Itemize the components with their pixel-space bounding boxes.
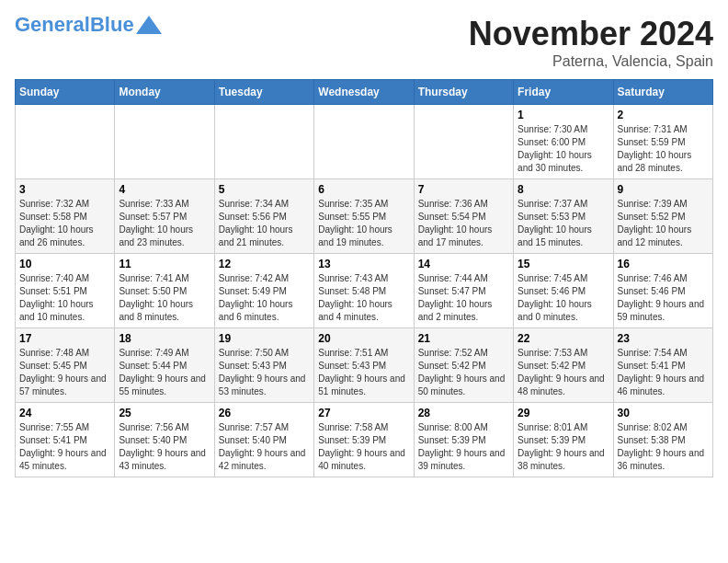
- calendar-cell: 13Sunrise: 7:43 AM Sunset: 5:48 PM Dayli…: [314, 254, 414, 328]
- day-number: 24: [19, 407, 110, 419]
- day-info: Sunrise: 7:40 AM Sunset: 5:51 PM Dayligh…: [19, 272, 110, 324]
- day-info: Sunrise: 7:41 AM Sunset: 5:50 PM Dayligh…: [119, 272, 210, 324]
- calendar-cell: 14Sunrise: 7:44 AM Sunset: 5:47 PM Dayli…: [414, 254, 513, 328]
- calendar-cell: 10Sunrise: 7:40 AM Sunset: 5:51 PM Dayli…: [16, 254, 115, 328]
- day-info: Sunrise: 7:30 AM Sunset: 6:00 PM Dayligh…: [518, 123, 609, 175]
- calendar-cell: 21Sunrise: 7:52 AM Sunset: 5:42 PM Dayli…: [414, 328, 513, 403]
- day-of-week-wednesday: Wednesday: [314, 80, 414, 105]
- calendar-cell: 12Sunrise: 7:42 AM Sunset: 5:49 PM Dayli…: [214, 254, 313, 328]
- day-number: 14: [418, 258, 509, 270]
- calendar-cell: [214, 105, 313, 179]
- calendar-cell: 28Sunrise: 8:00 AM Sunset: 5:39 PM Dayli…: [414, 403, 513, 477]
- day-number: 17: [19, 332, 110, 345]
- day-of-week-sunday: Sunday: [16, 80, 115, 105]
- day-info: Sunrise: 7:44 AM Sunset: 5:47 PM Dayligh…: [418, 272, 509, 324]
- day-info: Sunrise: 7:42 AM Sunset: 5:49 PM Dayligh…: [219, 272, 310, 324]
- title-block: November 2024 Paterna, Valencia, Spain: [469, 15, 713, 70]
- calendar-cell: 1Sunrise: 7:30 AM Sunset: 6:00 PM Daylig…: [514, 105, 613, 179]
- day-info: Sunrise: 7:56 AM Sunset: 5:40 PM Dayligh…: [119, 421, 210, 473]
- day-number: 8: [518, 183, 609, 196]
- day-number: 7: [418, 183, 509, 196]
- day-info: Sunrise: 7:53 AM Sunset: 5:42 PM Dayligh…: [518, 347, 609, 398]
- calendar-cell: 24Sunrise: 7:55 AM Sunset: 5:41 PM Dayli…: [16, 403, 115, 477]
- day-of-week-friday: Friday: [514, 80, 613, 105]
- day-number: 6: [318, 183, 409, 196]
- page-header: GeneralBlue November 2024 Paterna, Valen…: [15, 15, 713, 70]
- day-number: 16: [618, 258, 709, 270]
- day-number: 30: [618, 407, 709, 419]
- day-info: Sunrise: 7:39 AM Sunset: 5:52 PM Dayligh…: [618, 198, 709, 249]
- day-info: Sunrise: 7:31 AM Sunset: 5:59 PM Dayligh…: [618, 123, 709, 175]
- calendar-cell: 8Sunrise: 7:37 AM Sunset: 5:53 PM Daylig…: [514, 179, 613, 254]
- day-info: Sunrise: 8:02 AM Sunset: 5:38 PM Dayligh…: [618, 421, 709, 473]
- calendar-cell: 11Sunrise: 7:41 AM Sunset: 5:50 PM Dayli…: [115, 254, 214, 328]
- day-number: 23: [618, 332, 709, 345]
- day-info: Sunrise: 7:36 AM Sunset: 5:54 PM Dayligh…: [418, 198, 509, 249]
- logo: GeneralBlue: [15, 15, 162, 35]
- day-number: 26: [219, 407, 310, 419]
- calendar-week-4: 17Sunrise: 7:48 AM Sunset: 5:45 PM Dayli…: [16, 328, 713, 403]
- calendar-cell: 23Sunrise: 7:54 AM Sunset: 5:41 PM Dayli…: [613, 328, 712, 403]
- day-of-week-saturday: Saturday: [613, 80, 712, 105]
- day-number: 12: [219, 258, 310, 270]
- calendar-cell: 26Sunrise: 7:57 AM Sunset: 5:40 PM Dayli…: [214, 403, 313, 477]
- day-info: Sunrise: 8:00 AM Sunset: 5:39 PM Dayligh…: [418, 421, 509, 473]
- calendar-cell: 20Sunrise: 7:51 AM Sunset: 5:43 PM Dayli…: [314, 328, 414, 403]
- day-info: Sunrise: 7:43 AM Sunset: 5:48 PM Dayligh…: [318, 272, 409, 324]
- day-info: Sunrise: 7:46 AM Sunset: 5:46 PM Dayligh…: [618, 272, 709, 324]
- location: Paterna, Valencia, Spain: [469, 53, 713, 70]
- day-number: 9: [618, 183, 709, 196]
- calendar-cell: 2Sunrise: 7:31 AM Sunset: 5:59 PM Daylig…: [613, 105, 712, 179]
- month-title: November 2024: [469, 15, 713, 53]
- logo-icon: [136, 16, 162, 34]
- day-info: Sunrise: 7:52 AM Sunset: 5:42 PM Dayligh…: [418, 347, 509, 398]
- calendar-cell: 7Sunrise: 7:36 AM Sunset: 5:54 PM Daylig…: [414, 179, 513, 254]
- day-of-week-monday: Monday: [115, 80, 214, 105]
- day-info: Sunrise: 7:54 AM Sunset: 5:41 PM Dayligh…: [618, 347, 709, 398]
- calendar-cell: [414, 105, 513, 179]
- svg-marker-0: [136, 16, 162, 34]
- day-number: 19: [219, 332, 310, 345]
- day-info: Sunrise: 7:49 AM Sunset: 5:44 PM Dayligh…: [119, 347, 210, 398]
- calendar-cell: 27Sunrise: 7:58 AM Sunset: 5:39 PM Dayli…: [314, 403, 414, 477]
- day-info: Sunrise: 7:45 AM Sunset: 5:46 PM Dayligh…: [518, 272, 609, 324]
- day-number: 4: [119, 183, 210, 196]
- day-info: Sunrise: 7:33 AM Sunset: 5:57 PM Dayligh…: [119, 198, 210, 249]
- day-number: 29: [518, 407, 609, 419]
- calendar-cell: 6Sunrise: 7:35 AM Sunset: 5:55 PM Daylig…: [314, 179, 414, 254]
- calendar-cell: 25Sunrise: 7:56 AM Sunset: 5:40 PM Dayli…: [115, 403, 214, 477]
- calendar-cell: [314, 105, 414, 179]
- day-number: 2: [618, 109, 709, 121]
- day-number: 1: [518, 109, 609, 121]
- day-number: 13: [318, 258, 409, 270]
- calendar-week-1: 1Sunrise: 7:30 AM Sunset: 6:00 PM Daylig…: [16, 105, 713, 179]
- day-info: Sunrise: 7:35 AM Sunset: 5:55 PM Dayligh…: [318, 198, 409, 249]
- day-number: 22: [518, 332, 609, 345]
- day-info: Sunrise: 7:37 AM Sunset: 5:53 PM Dayligh…: [518, 198, 609, 249]
- calendar-week-2: 3Sunrise: 7:32 AM Sunset: 5:58 PM Daylig…: [16, 179, 713, 254]
- calendar-cell: 4Sunrise: 7:33 AM Sunset: 5:57 PM Daylig…: [115, 179, 214, 254]
- calendar-cell: 16Sunrise: 7:46 AM Sunset: 5:46 PM Dayli…: [613, 254, 712, 328]
- day-number: 3: [19, 183, 110, 196]
- day-info: Sunrise: 7:57 AM Sunset: 5:40 PM Dayligh…: [219, 421, 310, 473]
- calendar-cell: 17Sunrise: 7:48 AM Sunset: 5:45 PM Dayli…: [16, 328, 115, 403]
- calendar-week-5: 24Sunrise: 7:55 AM Sunset: 5:41 PM Dayli…: [16, 403, 713, 477]
- calendar-cell: 5Sunrise: 7:34 AM Sunset: 5:56 PM Daylig…: [214, 179, 313, 254]
- day-number: 27: [318, 407, 409, 419]
- day-info: Sunrise: 7:51 AM Sunset: 5:43 PM Dayligh…: [318, 347, 409, 398]
- day-number: 11: [119, 258, 210, 270]
- calendar-week-3: 10Sunrise: 7:40 AM Sunset: 5:51 PM Dayli…: [16, 254, 713, 328]
- calendar-cell: 29Sunrise: 8:01 AM Sunset: 5:39 PM Dayli…: [514, 403, 613, 477]
- calendar-cell: 22Sunrise: 7:53 AM Sunset: 5:42 PM Dayli…: [514, 328, 613, 403]
- day-of-week-thursday: Thursday: [414, 80, 513, 105]
- day-info: Sunrise: 8:01 AM Sunset: 5:39 PM Dayligh…: [518, 421, 609, 473]
- calendar-cell: [16, 105, 115, 179]
- day-number: 5: [219, 183, 310, 196]
- day-number: 18: [119, 332, 210, 345]
- calendar-cell: 19Sunrise: 7:50 AM Sunset: 5:43 PM Dayli…: [214, 328, 313, 403]
- day-info: Sunrise: 7:58 AM Sunset: 5:39 PM Dayligh…: [318, 421, 409, 473]
- calendar-cell: 18Sunrise: 7:49 AM Sunset: 5:44 PM Dayli…: [115, 328, 214, 403]
- calendar-cell: [115, 105, 214, 179]
- day-info: Sunrise: 7:34 AM Sunset: 5:56 PM Dayligh…: [219, 198, 310, 249]
- day-of-week-tuesday: Tuesday: [214, 80, 313, 105]
